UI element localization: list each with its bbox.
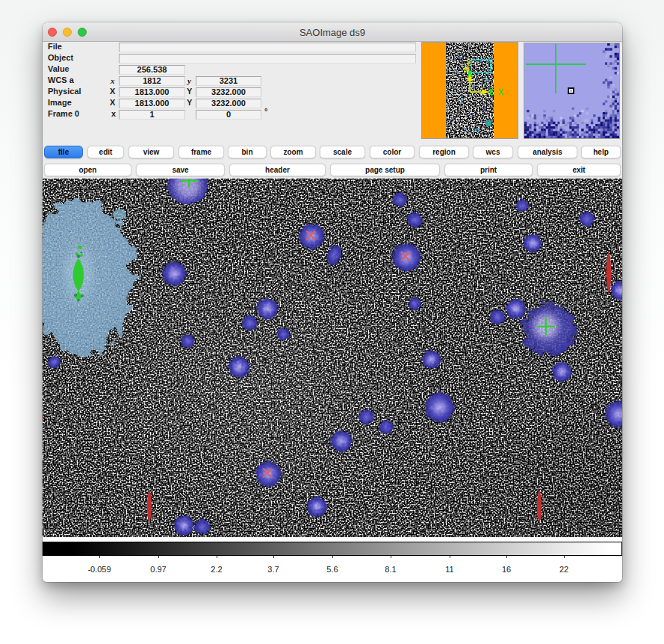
svg-text:X: X <box>498 88 503 96</box>
svg-text:E: E <box>489 88 494 96</box>
svg-text:N: N <box>464 66 469 74</box>
